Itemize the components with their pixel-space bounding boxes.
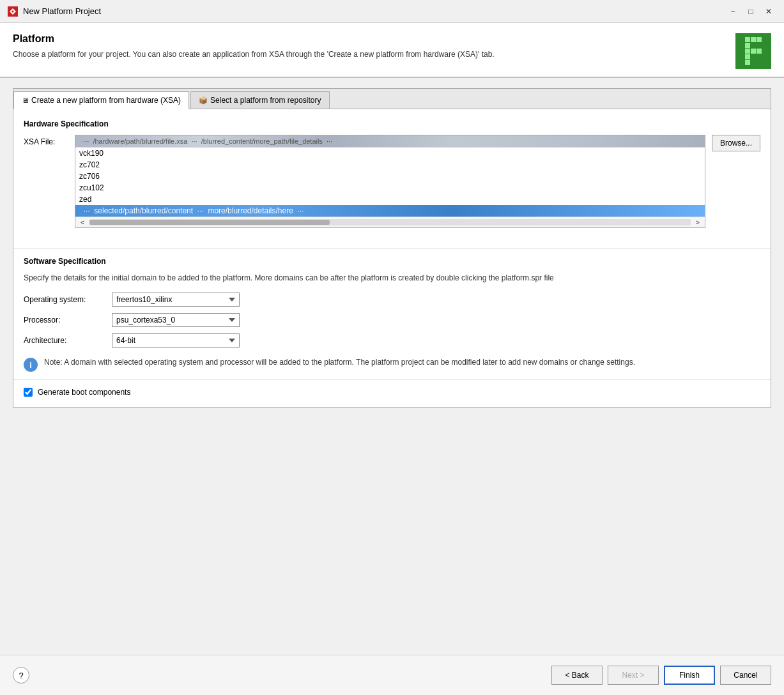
window-title: New Platform Project (23, 6, 101, 16)
browse-button[interactable]: Browse... (712, 135, 760, 151)
tab-repo[interactable]: 📦 Select a platform from repository (190, 91, 329, 109)
horizontal-scroll-nav: < > (75, 217, 705, 227)
back-button[interactable]: < Back (551, 666, 603, 685)
title-bar-left: New Platform Project (8, 6, 101, 17)
xsa-file-row: XSA File: ··· /hardware/path/blurred/fil… (24, 135, 760, 228)
tab-xsa[interactable]: 🖥 Create a new platform from hardware (X… (13, 91, 189, 109)
xsa-tab-icon: 🖥 (22, 96, 29, 104)
arch-label: Architecture: (24, 336, 107, 345)
minimize-button[interactable]: − (725, 4, 741, 19)
boot-checkbox-label[interactable]: Generate boot components (38, 388, 130, 397)
content-area: 🖥 Create a new platform from hardware (X… (0, 78, 784, 655)
tab-repo-label: Select a platform from repository (210, 96, 321, 105)
file-list-scrollable[interactable]: ··· /hardware/path/blurred/file.xsa ··· … (75, 135, 705, 217)
finish-button[interactable]: Finish (664, 666, 715, 685)
generate-boot-checkbox[interactable] (24, 388, 33, 397)
os-select[interactable]: freertos10_xilinx standalone linux (112, 293, 240, 307)
scroll-left-btn[interactable]: < (78, 218, 87, 226)
page-description: Choose a platform for your project. You … (13, 49, 725, 60)
file-list-container: ··· /hardware/path/blurred/file.xsa ··· … (75, 135, 705, 228)
logo-grid-icon (739, 37, 767, 65)
note-text: Note: A domain with selected operating s… (44, 356, 635, 368)
footer-left: ? (13, 667, 29, 684)
arch-select[interactable]: 64-bit 32-bit (112, 333, 240, 348)
repo-tab-icon: 📦 (199, 96, 208, 105)
list-item[interactable]: zc706 (75, 171, 705, 182)
next-button[interactable]: Next > (608, 666, 659, 685)
window-controls: − □ ✕ (725, 4, 776, 19)
arch-row: Architecture: 64-bit 32-bit (24, 333, 760, 348)
app-icon (8, 6, 18, 17)
list-item[interactable]: zed (75, 194, 705, 205)
sw-spec-title: Software Specification (24, 257, 760, 266)
hw-spec-title: Hardware Specification (24, 119, 760, 128)
os-row: Operating system: freertos10_xilinx stan… (24, 293, 760, 307)
processor-row: Processor: psu_cortexa53_0 psu_cortexr5_… (24, 313, 760, 327)
processor-select[interactable]: psu_cortexa53_0 psu_cortexr5_0 psu_pmu_0 (112, 313, 240, 327)
file-path-row: ··· /hardware/path/blurred/file.xsa ··· … (75, 135, 705, 148)
tab-xsa-label: Create a new platform from hardware (XSA… (31, 96, 181, 105)
scroll-right-btn[interactable]: > (693, 218, 702, 226)
hardware-spec-section: Hardware Specification XSA File: ··· /ha… (13, 109, 771, 238)
note-box: i Note: A domain with selected operating… (24, 356, 760, 372)
list-item[interactable]: vck190 (75, 148, 705, 159)
info-icon: i (24, 358, 38, 372)
boot-checkbox-row: Generate boot components (24, 388, 760, 397)
header-text: Platform Choose a platform for your proj… (13, 33, 725, 60)
tabs-row: 🖥 Create a new platform from hardware (X… (13, 89, 771, 109)
list-item[interactable]: zcu102 (75, 182, 705, 194)
header-section: Platform Choose a platform for your proj… (0, 23, 784, 77)
footer-section: ? < Back Next > Finish Cancel (0, 655, 784, 695)
platform-logo (735, 33, 771, 69)
maximize-button[interactable]: □ (743, 4, 758, 19)
horizontal-scrollbar[interactable] (89, 219, 690, 225)
os-label: Operating system: (24, 295, 107, 304)
close-button[interactable]: ✕ (761, 4, 776, 19)
footer-buttons: < Back Next > Finish Cancel (551, 666, 771, 685)
main-panel: 🖥 Create a new platform from hardware (X… (13, 88, 771, 408)
xsa-file-label: XSA File: (24, 135, 68, 146)
title-bar: New Platform Project − □ ✕ (0, 0, 784, 23)
sw-spec-description: Specify the details for the initial doma… (24, 272, 760, 284)
processor-label: Processor: (24, 316, 107, 325)
cancel-button[interactable]: Cancel (720, 666, 771, 685)
page-title: Platform (13, 33, 725, 45)
list-item[interactable]: zc702 (75, 159, 705, 171)
boot-section: Generate boot components (13, 379, 771, 407)
scroll-thumb (89, 220, 330, 225)
list-item-selected[interactable]: ··· selected/path/blurred/content ··· mo… (75, 205, 705, 217)
help-button[interactable]: ? (13, 667, 29, 684)
software-spec-section: Software Specification Specify the detai… (13, 248, 771, 379)
